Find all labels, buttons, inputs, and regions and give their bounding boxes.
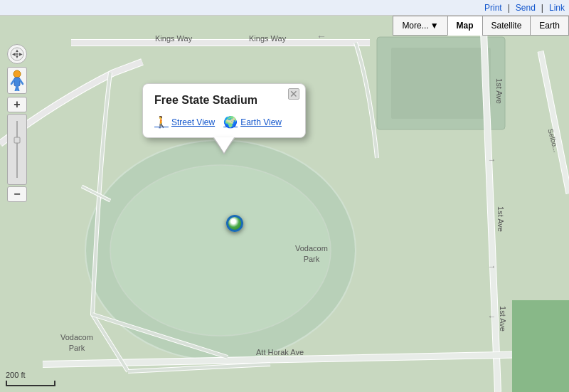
street-view-icon: 🚶 [154,115,169,129]
map-area[interactable]: ← ↑ ↑ ↓ More... ▼ Map Satellite Earth ▲ … [0,16,569,392]
map-tab[interactable]: Map [447,16,482,36]
svg-text:▶: ▶ [19,52,23,56]
svg-rect-4 [391,48,491,119]
earth-tab[interactable]: Earth [530,16,569,36]
svg-text:◀: ◀ [12,52,16,56]
zoom-out-icon: − [14,188,20,201]
stadium-marker[interactable] [226,215,243,232]
svg-point-18 [14,70,21,78]
satellite-tab-label: Satellite [491,21,522,31]
marker-circle [226,215,243,232]
zoom-controls: ▲ ▼ ◀ ▶ + [7,44,27,202]
kings-way-label-1: Kings Way [155,34,192,43]
map-tab-label: Map [457,21,474,31]
svg-rect-7 [512,300,569,392]
zoom-in-icon: + [14,98,20,111]
svg-text:↓: ↓ [487,314,497,319]
zoom-slider[interactable] [7,114,27,185]
svg-text:↑: ↑ [487,265,497,269]
svg-rect-19 [14,78,20,86]
first-ave-label-2: 1st Ave [496,206,505,232]
send-link[interactable]: Send [516,3,536,13]
svg-line-21 [17,86,18,91]
first-ave-label-1: 1st Ave [495,78,504,104]
svg-text:↑: ↑ [487,158,497,162]
more-tab[interactable]: More... ▼ [393,16,447,36]
map-tabs: More... ▼ Map Satellite Earth [393,16,569,36]
svg-line-23 [20,80,23,84]
first-ave-label-3: 1st Ave [499,306,507,332]
more-tab-arrow: ▼ [430,21,439,31]
zoom-out-button[interactable]: − [7,186,27,202]
street-view-label: Street View [171,117,215,127]
vodacom-park-label-1: VodacomPark [295,243,328,265]
vodacom-park-label-2: VodacomPark [60,332,93,354]
pegman[interactable] [7,67,27,94]
scale-line [6,381,55,386]
svg-line-22 [11,80,14,84]
top-bar: Print | Send | Link [0,0,569,16]
scale-label: 200 ft [6,371,55,379]
kings-way-label-2: Kings Way [249,34,286,43]
att-horak-label: Att Horak Ave [256,348,304,356]
svg-text:←: ← [317,31,326,42]
earth-tab-label: Earth [539,21,560,31]
popup-title: Free State Stadium [154,94,294,107]
earth-view-label: Earth View [240,117,282,127]
street-view-link[interactable]: 🚶 Street View [154,115,215,129]
svg-point-17 [16,53,18,55]
satellite-tab[interactable]: Satellite [482,16,531,36]
svg-rect-25 [14,137,20,143]
separator1: | [508,3,510,13]
separator2: | [541,3,543,13]
scale-bar: 200 ft [6,371,55,386]
navigation-control[interactable]: ▲ ▼ ◀ ▶ [7,44,27,64]
popup-links: 🚶 Street View 🌍 Earth View [154,115,294,129]
more-tab-label: More... [402,21,428,31]
info-popup: ✕ Free State Stadium 🚶 Street View 🌍 Ear… [142,83,306,138]
earth-view-icon: 🌍 [223,115,238,129]
close-popup-button[interactable]: ✕ [288,88,299,100]
earth-view-link[interactable]: 🌍 Earth View [223,115,282,129]
zoom-in-button[interactable]: + [7,97,27,112]
link-link[interactable]: Link [549,3,565,13]
print-link[interactable]: Print [484,3,502,13]
close-icon: ✕ [289,88,298,100]
